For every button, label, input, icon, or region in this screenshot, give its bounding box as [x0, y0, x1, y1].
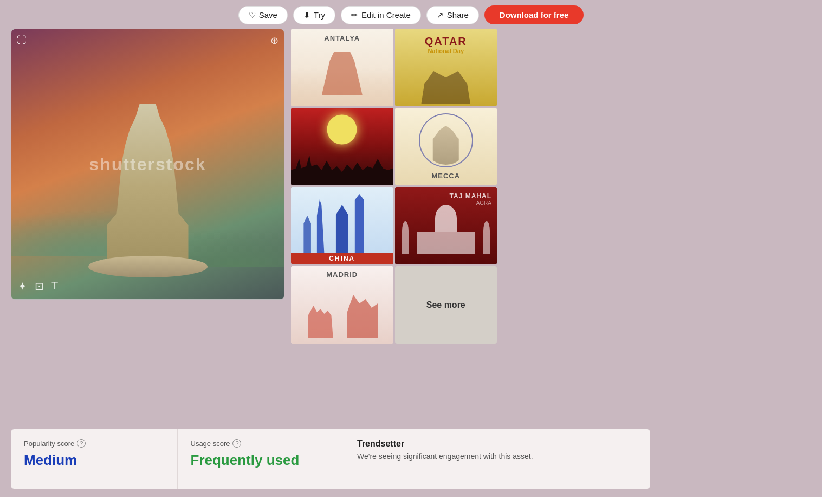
usage-score-block: Usage score ? Frequently used — [178, 429, 345, 489]
thumb-antalya[interactable]: ANTALYA — [291, 29, 393, 106]
wand-icon[interactable]: ✦ — [18, 280, 27, 293]
see-more-tile[interactable]: See more — [395, 266, 497, 344]
madrid-label: MADRID — [291, 270, 393, 279]
popularity-score-block: Popularity score ? Medium — [11, 429, 178, 489]
national-day-label: National Day — [395, 48, 497, 54]
save-button[interactable]: ♡ Save — [238, 6, 288, 24]
try-button[interactable]: ⬇ Try — [293, 6, 335, 24]
scores-section: Popularity score ? Medium Usage score ? … — [11, 429, 650, 489]
download-icon: ⬇ — [303, 10, 310, 20]
zoom-icon[interactable]: ⊕ — [270, 35, 279, 47]
thumbnail-grid: ANTALYA QATAR National Day — [291, 29, 497, 423]
thumb-madrid[interactable]: MADRID — [291, 266, 393, 344]
main-image: shutterstock ⛶ ⊕ ✦ ⊡ T — [11, 29, 284, 300]
image-expand-icon: ⛶ — [17, 35, 27, 46]
thumb-china[interactable]: CHINA — [291, 187, 393, 264]
download-free-button[interactable]: Download for free — [484, 5, 584, 24]
main-content: shutterstock ⛶ ⊕ ✦ ⊡ T ANTALYA — [0, 29, 822, 423]
image-tools: ✦ ⊡ T — [18, 280, 58, 293]
edit-button[interactable]: ✏ Edit in Create — [341, 6, 421, 24]
trendsetter-block: Trendsetter We're seeing significant eng… — [344, 429, 650, 489]
trendsetter-title: Trendsetter — [357, 439, 637, 449]
trendsetter-desc: We're seeing significant engagement with… — [357, 452, 637, 461]
popularity-label: Popularity score ? — [24, 439, 164, 448]
china-label: CHINA — [329, 255, 355, 262]
antalya-label: ANTALYA — [291, 34, 393, 42]
popularity-info-icon[interactable]: ? — [77, 439, 86, 448]
qatar-label: QATAR — [395, 35, 497, 48]
agra-label: AGRA — [450, 200, 491, 206]
heart-icon: ♡ — [249, 10, 256, 20]
usage-value: Frequently used — [191, 452, 331, 469]
popularity-value: Medium — [24, 452, 164, 469]
bottom-section: Stock Illustration ID: 2188619145 ⧉ Ai g… — [0, 497, 822, 504]
left-section: shutterstock ⛶ ⊕ ✦ ⊡ T — [11, 29, 284, 300]
mecca-label: MECCA — [395, 172, 497, 180]
thumb-sunset[interactable] — [291, 108, 393, 185]
edit-icon: ✏ — [351, 10, 358, 20]
text-icon[interactable]: T — [51, 280, 58, 293]
thumb-mecca[interactable]: MECCA — [395, 108, 497, 185]
toolbar: ♡ Save ⬇ Try ✏ Edit in Create ↗ Share Do… — [0, 0, 822, 29]
see-more-text: See more — [426, 300, 465, 310]
usage-info-icon[interactable]: ? — [232, 439, 241, 448]
thumb-qatar[interactable]: QATAR National Day — [395, 29, 497, 106]
tajmahal-label: TAJ MAHAL — [450, 192, 491, 200]
share-button[interactable]: ↗ Share — [426, 6, 479, 24]
thumb-tajmahal[interactable]: TAJ MAHAL AGRA — [395, 187, 497, 264]
share-icon: ↗ — [437, 10, 444, 20]
crop-icon[interactable]: ⊡ — [35, 280, 44, 293]
usage-label: Usage score ? — [191, 439, 331, 448]
